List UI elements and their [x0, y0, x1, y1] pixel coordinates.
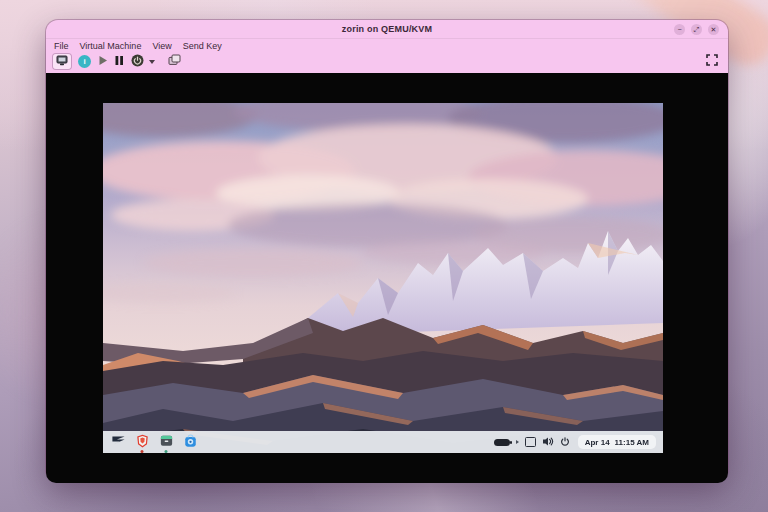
window-title: zorin on QEMU/KVM [46, 24, 728, 34]
battery-indicator[interactable] [494, 439, 510, 446]
vm-wallpaper [103, 103, 663, 453]
speaker-icon [542, 435, 554, 450]
zorin-menu-button[interactable] [110, 434, 126, 450]
battery-icon [494, 439, 510, 446]
details-button[interactable]: i [78, 55, 91, 68]
file-manager-icon [159, 433, 174, 451]
menu-send-key[interactable]: Send Key [183, 41, 222, 51]
virt-manager-window: zorin on QEMU/KVM − ⤢ ✕ File Virtual Mac… [46, 20, 728, 480]
shutdown-menu-button[interactable] [151, 60, 155, 64]
system-tray: Apr 14 11:15 AM [494, 435, 656, 450]
display-icon [525, 437, 536, 447]
brave-browser-button[interactable] [134, 434, 150, 450]
snapshots-button[interactable] [168, 54, 181, 69]
monitor-icon [56, 54, 68, 69]
window-titlebar[interactable]: zorin on QEMU/KVM − ⤢ ✕ [46, 20, 728, 39]
clock-date: Apr 14 [585, 438, 610, 447]
clock-button[interactable]: Apr 14 11:15 AM [578, 435, 656, 449]
toolbar: i [46, 52, 728, 73]
minimize-button[interactable]: − [674, 24, 685, 35]
menu-bar: File Virtual Machine View Send Key [46, 39, 728, 52]
close-icon: ✕ [711, 26, 717, 33]
menu-virtual-machine[interactable]: Virtual Machine [80, 41, 142, 51]
maximize-button[interactable]: ⤢ [691, 24, 702, 35]
vm-screen[interactable]: Apr 14 11:15 AM [103, 103, 663, 453]
software-store-button[interactable] [182, 434, 198, 450]
session-power-button[interactable] [560, 435, 570, 450]
info-icon: i [83, 55, 85, 68]
caret-right-icon [516, 440, 519, 444]
clock-time: 11:15 AM [615, 438, 649, 447]
close-button[interactable]: ✕ [708, 24, 719, 35]
menu-view[interactable]: View [152, 41, 171, 51]
file-manager-button[interactable] [158, 434, 174, 450]
play-icon [98, 54, 108, 69]
menu-file[interactable]: File [54, 41, 69, 51]
tray-expander[interactable] [516, 440, 519, 444]
window-controls: − ⤢ ✕ [674, 24, 728, 35]
vm-display-area: Apr 14 11:15 AM [46, 73, 728, 483]
console-button[interactable] [53, 54, 71, 69]
volume-button[interactable] [542, 435, 554, 450]
power-icon [560, 435, 570, 450]
maximize-icon: ⤢ [694, 26, 700, 33]
display-settings-button[interactable] [525, 437, 536, 447]
running-indicator [141, 450, 144, 453]
running-indicator [165, 450, 168, 453]
shutdown-button[interactable] [131, 54, 144, 70]
fullscreen-button[interactable] [706, 54, 718, 69]
zorin-logo-icon [111, 433, 126, 451]
minimize-icon: − [677, 26, 681, 33]
pause-button[interactable] [115, 54, 124, 69]
power-icon [131, 54, 144, 70]
run-button[interactable] [98, 54, 108, 69]
software-store-icon [183, 433, 198, 452]
brave-icon [135, 433, 150, 452]
chevron-down-icon [149, 60, 155, 64]
fullscreen-icon [706, 54, 718, 69]
zorin-taskbar: Apr 14 11:15 AM [103, 431, 663, 453]
snapshots-icon [168, 54, 181, 69]
pause-icon [115, 54, 124, 69]
